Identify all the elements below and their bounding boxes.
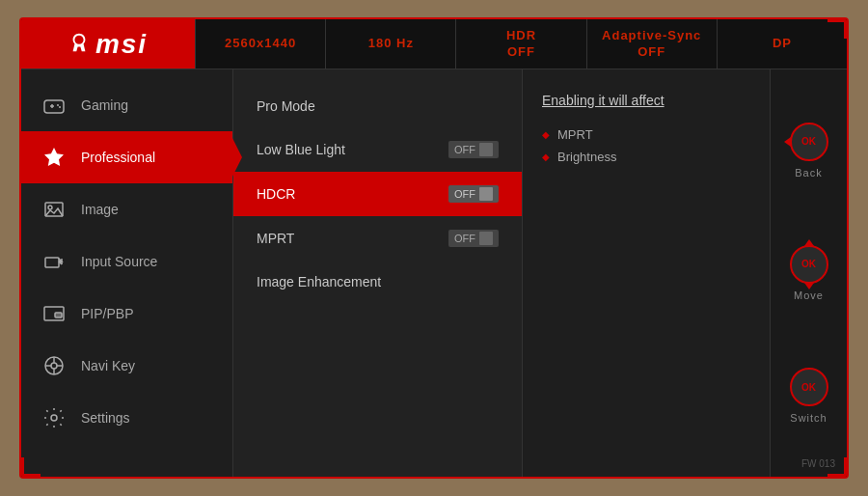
main-content: Gaming Professional [21,69,847,477]
menu-item-image-enhancement[interactable]: Image Enhancement [233,261,522,303]
hdcr-toggle[interactable]: OFF [448,185,499,203]
logo-section: msi [21,19,195,69]
svg-point-7 [48,206,52,209]
stat-hdr: HDR OFF [455,19,585,69]
move-arrow-up [804,239,814,246]
svg-rect-11 [55,313,62,317]
switch-label: Switch [790,412,827,424]
sidebar-item-gaming-label: Gaming [81,97,128,113]
sidebar-item-image-label: Image [81,202,119,217]
back-ok-text: OK [801,136,816,147]
sidebar-item-pip-pbp[interactable]: PIP/PBP [21,288,232,340]
sidebar-item-settings-label: Settings [81,410,130,426]
menu-item-hdcr[interactable]: HDCR OFF [233,172,522,216]
top-stats: 2560x1440 180 Hz HDR OFF Adaptive-Sync O… [195,19,847,69]
stat-refresh: 180 Hz [325,19,455,69]
info-item-brightness-label: Brightness [557,150,616,164]
info-item-mprt: ◆ MPRT [542,127,750,142]
menu-item-low-blue-light[interactable]: Low Blue Light OFF [233,127,522,172]
mprt-toggle-indicator [479,232,493,245]
hdcr-toggle-label: OFF [454,188,475,200]
low-blue-light-toggle-indicator [479,143,493,156]
corner-decoration-tl [21,19,41,39]
info-item-brightness: ◆ Brightness [542,150,750,164]
back-label: Back [795,167,822,179]
mprt-label: MPRT [257,231,294,246]
menu-item-mprt[interactable]: MPRT OFF [233,216,522,261]
switch-ok-text: OK [801,382,816,393]
stat-adaptive-sync: Adaptive-Sync OFF [586,19,717,69]
sidebar-item-gaming[interactable]: Gaming [21,79,232,131]
sidebar-item-navi-key-label: Navi Key [81,358,135,373]
menu-item-pro-mode[interactable]: Pro Mode [233,85,522,127]
dragon-icon [68,32,90,57]
sidebar-item-image[interactable]: Image [21,183,232,235]
low-blue-light-toggle-label: OFF [454,144,475,155]
center-panel: Pro Mode Low Blue Light OFF HDCR OFF [233,69,523,477]
info-panel-title: Enabling it will affect [542,93,750,108]
move-dpad[interactable]: OK [790,245,828,284]
mprt-toggle-label: OFF [454,233,475,244]
svg-point-3 [57,104,59,106]
bullet-brightness: ◆ [542,152,550,162]
low-blue-light-toggle[interactable]: OFF [448,141,499,158]
pro-mode-label: Pro Mode [257,98,315,114]
back-dpad[interactable]: OK [790,123,828,161]
monitor-frame: msi 2560x1440 180 Hz HDR OFF Adaptive-Sy… [19,17,849,479]
sidebar-item-professional[interactable]: Professional [21,131,232,183]
pip-pbp-icon [41,300,68,327]
sidebar-item-input-source[interactable]: Input Source [21,235,232,288]
corner-decoration-tr [827,19,847,39]
fw-version: FW 013 [801,458,835,469]
svg-point-4 [59,106,61,108]
low-blue-light-label: Low Blue Light [257,142,345,157]
back-arrow-left [784,137,791,147]
bullet-mprt: ◆ [542,129,550,140]
sidebar: Gaming Professional [21,69,233,477]
stat-resolution: 2560x1440 [195,19,325,69]
settings-icon [41,404,68,431]
input-source-icon [41,248,68,275]
svg-marker-5 [44,148,64,166]
logo-text: msi [95,29,148,60]
sidebar-item-input-source-label: Input Source [81,254,157,269]
move-ok-text: OK [801,259,816,269]
top-bar: msi 2560x1440 180 Hz HDR OFF Adaptive-Sy… [21,19,847,69]
professional-icon [41,144,68,171]
controls-panel: OK Back OK Move OK Switch [770,69,847,477]
image-icon [41,196,68,223]
move-arrow-down [804,283,814,289]
corner-decoration-bl [21,457,41,477]
switch-button[interactable]: OK Switch [790,368,828,424]
gaming-icon [41,92,68,119]
svg-point-13 [51,363,57,369]
hdcr-label: HDCR [257,186,295,202]
sidebar-item-pip-pbp-label: PIP/PBP [81,306,133,321]
switch-dpad[interactable]: OK [790,368,828,406]
sidebar-item-navi-key[interactable]: Navi Key [21,340,232,392]
image-enhancement-label: Image Enhancement [257,274,381,289]
sidebar-item-professional-label: Professional [81,150,155,165]
hdcr-toggle-indicator [479,187,493,201]
sidebar-item-settings[interactable]: Settings [21,392,232,444]
navi-key-icon [41,352,68,379]
info-panel: Enabling it will affect ◆ MPRT ◆ Brightn… [523,69,770,477]
svg-rect-8 [45,258,59,267]
move-button[interactable]: OK Move [790,245,828,301]
back-button[interactable]: OK Back [790,123,828,179]
svg-point-18 [51,415,57,421]
mprt-toggle[interactable]: OFF [448,230,499,247]
move-label: Move [794,289,824,301]
info-item-mprt-label: MPRT [557,127,593,142]
